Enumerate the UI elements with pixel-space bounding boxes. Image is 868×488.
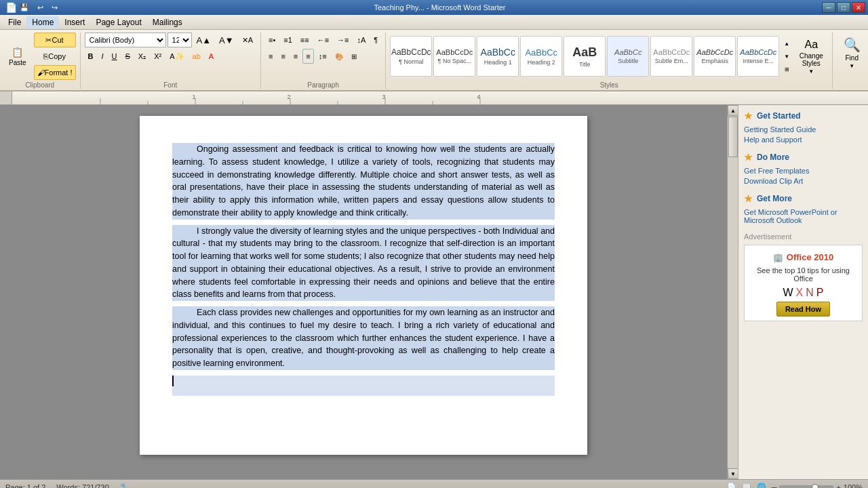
font-size-select[interactable]: 12 — [167, 33, 192, 47]
style-normal[interactable]: AaBbCcDc ¶ Normal — [390, 36, 432, 77]
get-more-header[interactable]: ★ Get More — [744, 193, 863, 204]
status-bar: Page: 1 of 2 Words: 721/730 🔧 📄 📖 🌐 ─ + … — [0, 479, 868, 488]
highlight-button[interactable]: ab — [189, 49, 204, 64]
superscript-button[interactable]: X² — [151, 49, 165, 64]
scroll-up-button[interactable]: ▲ — [728, 105, 738, 116]
ribbon-content: 📋 Paste ✂ Cut ⎘ Copy 🖌 Format ! Clipboar… — [0, 30, 868, 90]
strikethrough-button[interactable]: S — [122, 49, 134, 64]
view-full-reading[interactable]: 📖 — [742, 483, 751, 488]
text-effects-button[interactable]: A✨ — [166, 49, 187, 64]
italic-button[interactable]: I — [98, 49, 106, 64]
status-right: 📄 📖 🌐 ─ + 100% — [727, 483, 863, 488]
get-started-header[interactable]: ★ Get Started — [744, 110, 863, 121]
align-left-button[interactable]: ≡ — [265, 49, 276, 64]
style-intense[interactable]: AaBbCcDc Intense E... — [737, 36, 779, 77]
font-group: Calibri (Body) 12 A▲ A▼ ✕A B I U S X₂ X² — [85, 33, 261, 89]
paragraph-3[interactable]: Each class provides new challenges and o… — [172, 306, 555, 370]
border-button[interactable]: ⊞ — [348, 49, 360, 64]
style-title[interactable]: AaB Title — [564, 36, 606, 77]
sort-button[interactable]: ↕A — [353, 33, 369, 47]
document-container[interactable]: Ongoing assessment and feedback is criti… — [0, 105, 727, 479]
numbering-button[interactable]: ≡1 — [280, 33, 296, 47]
get-ppt-link[interactable]: Get Microsoft PowerPoint or Microsoft Ou… — [744, 208, 863, 224]
get-more-label: Get More — [757, 194, 792, 203]
style-subtle-em[interactable]: AaBbCcDc Subtle Em... — [650, 36, 692, 77]
sidebar: ★ Get Started Getting Started Guide Help… — [738, 105, 868, 479]
subscript-button[interactable]: X₂ — [135, 49, 149, 64]
style-subtitle[interactable]: AaBbCc Subtitle — [607, 36, 649, 77]
clip-art-link[interactable]: Download Clip Art — [744, 177, 863, 185]
style-emphasis[interactable]: AaBbCcDc Emphasis — [694, 36, 736, 77]
format-painter-button[interactable]: 🖌 Format ! — [34, 65, 76, 80]
read-how-button[interactable]: Read How — [776, 302, 830, 317]
zoom-thumb[interactable] — [812, 484, 818, 489]
styles-more[interactable]: ⊞ — [781, 63, 793, 75]
zoom-control: ─ + 100% — [772, 483, 863, 489]
cut-button[interactable]: ✂ Cut — [34, 33, 76, 47]
menu-home[interactable]: Home — [26, 16, 59, 28]
style-heading2[interactable]: AaBbCc Heading 2 — [520, 36, 562, 77]
advertisement-label: Advertisement — [744, 232, 863, 241]
close-button[interactable]: ✕ — [852, 2, 865, 13]
ruler-corner — [0, 92, 12, 105]
sidebar-get-more: ★ Get More Get Microsoft PowerPoint or M… — [744, 193, 863, 224]
copy-button[interactable]: ⎘ Copy — [34, 49, 76, 64]
change-styles-button[interactable]: Aa Change Styles ▼ — [794, 36, 828, 77]
increase-font-button[interactable]: A▲ — [193, 33, 215, 47]
menu-pagelayout[interactable]: Page Layout — [90, 16, 146, 28]
help-support-link[interactable]: Help and Support — [744, 136, 863, 144]
show-marks-button[interactable]: ¶ — [370, 33, 381, 47]
find-button[interactable]: 🔍 Find ▼ — [837, 33, 867, 73]
align-center-button[interactable]: ≡ — [277, 49, 288, 64]
paragraph-1[interactable]: Ongoing assessment and feedback is criti… — [172, 143, 555, 220]
multilevel-button[interactable]: ≡≡ — [297, 33, 313, 47]
scroll-track[interactable] — [728, 116, 738, 468]
clear-format-button[interactable]: ✕A — [239, 33, 256, 47]
font-color-button[interactable]: A — [205, 49, 217, 64]
increase-indent-button[interactable]: →≡ — [334, 33, 352, 47]
free-templates-link[interactable]: Get Free Templates — [744, 167, 863, 175]
decrease-indent-button[interactable]: ←≡ — [314, 33, 332, 47]
justify-button[interactable]: ≡ — [302, 49, 313, 64]
zoom-slider[interactable] — [779, 485, 833, 489]
line-spacing-button[interactable]: ↕≡ — [315, 49, 330, 64]
paragraph-4[interactable] — [172, 375, 555, 396]
ribbon: 📋 Paste ✂ Cut ⎘ Copy 🖌 Format ! Clipboar… — [0, 30, 868, 92]
scroll-thumb[interactable] — [728, 117, 738, 157]
chevron-down-icon: ▼ — [808, 68, 814, 75]
paragraph-2[interactable]: I strongly value the diversity of learni… — [172, 225, 555, 302]
menu-file[interactable]: File — [3, 16, 26, 28]
paste-button[interactable]: 📋 Paste — [4, 36, 31, 77]
find-icon: 🔍 — [844, 37, 861, 53]
do-more-header[interactable]: ★ Do More — [744, 152, 863, 163]
bullets-button[interactable]: ≡• — [265, 33, 279, 47]
underline-button[interactable]: U — [108, 49, 121, 64]
menu-mailings[interactable]: Mailings — [147, 16, 188, 28]
document-page[interactable]: Ongoing assessment and feedback is criti… — [140, 116, 587, 455]
quick-save[interactable]: 💾 — [20, 3, 29, 12]
align-right-button[interactable]: ≡ — [290, 49, 301, 64]
do-more-label: Do More — [757, 152, 789, 162]
word-count-status: Words: 721/730 — [56, 483, 108, 489]
scroll-down-button[interactable]: ▼ — [728, 468, 738, 479]
style-nospace[interactable]: AaBbCcDc ¶ No Spac... — [433, 36, 475, 77]
shading-button[interactable]: 🎨 — [332, 49, 347, 64]
quick-redo[interactable]: ↪ — [52, 3, 58, 12]
styles-scroll-down[interactable]: ▼ — [781, 50, 793, 62]
bold-button[interactable]: B — [85, 49, 97, 64]
restore-button[interactable]: □ — [837, 2, 850, 13]
getting-started-link[interactable]: Getting Started Guide — [744, 125, 863, 134]
svg-text:2: 2 — [287, 94, 290, 100]
quick-undo[interactable]: ↩ — [37, 3, 43, 12]
font-name-select[interactable]: Calibri (Body) — [85, 33, 166, 47]
view-print-layout[interactable]: 📄 — [727, 483, 736, 488]
zoom-in-button[interactable]: + — [836, 483, 840, 489]
minimize-button[interactable]: ─ — [822, 2, 835, 13]
decrease-font-button[interactable]: A▼ — [216, 33, 237, 47]
style-heading1[interactable]: AaBbCc Heading 1 — [477, 36, 519, 77]
ad-text: See the top 10 tips for using Office — [749, 266, 858, 283]
zoom-out-button[interactable]: ─ — [772, 483, 777, 489]
menu-insert[interactable]: Insert — [59, 16, 90, 28]
styles-scroll-up[interactable]: ▲ — [781, 37, 793, 49]
view-web[interactable]: 🌐 — [757, 483, 766, 488]
